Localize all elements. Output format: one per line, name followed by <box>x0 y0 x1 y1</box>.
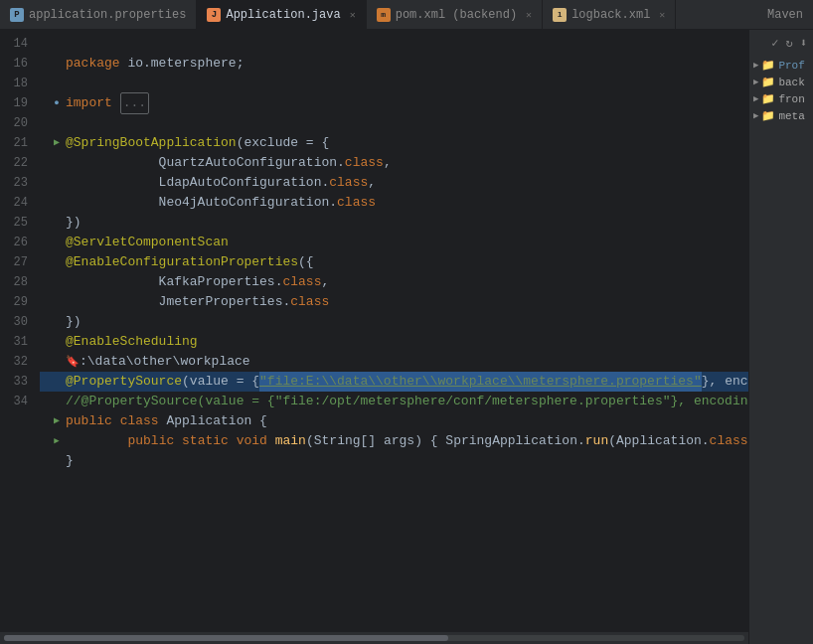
tab-label-properties: application.properties <box>29 8 186 22</box>
arrow-icon-back: ▶ <box>753 77 758 87</box>
tab-label-java: Application.java <box>226 8 340 22</box>
code-line-14: package io.metersphere; <box>40 54 748 74</box>
main-layout: 14 16 18 19 20 21 22 23 24 25 26 27 28 2… <box>0 30 813 644</box>
ln-30: 30 <box>0 312 34 332</box>
tab-label-logback: logback.xml <box>571 8 650 22</box>
code-line-24: @EnableConfigurationProperties ({ <box>40 252 748 272</box>
code-line-23: @ServletComponentScan <box>40 233 748 252</box>
gutter-16: ● <box>48 93 66 113</box>
code-line-32: ▶ public class Application { <box>40 411 748 431</box>
ln-22: 22 <box>0 153 34 173</box>
maven-item-label-fron: fron <box>778 93 804 105</box>
run-icon-32[interactable]: ▶ <box>54 411 60 431</box>
maven-tree-item-fron[interactable]: ▶ 📁 fron <box>753 90 809 107</box>
code-area[interactable]: package io.metersphere; ● import ... <box>40 30 748 632</box>
ln-23: 23 <box>0 173 34 193</box>
code-line-27: }) <box>40 312 748 332</box>
ln-29: 29 <box>0 292 34 312</box>
refresh-icon[interactable]: ↻ <box>784 34 795 53</box>
ln-24: 24 <box>0 193 34 213</box>
ln-20: 20 <box>0 113 34 133</box>
ln-21: 21 <box>0 133 34 153</box>
maven-tree: ▶ 📁 Prof ▶ 📁 back ▶ 📁 fron ▶ 📁 meta <box>749 55 813 126</box>
folder-icon-back: 📁 <box>761 76 775 88</box>
code-line-20: LdapAutoConfiguration . class , <box>40 173 748 193</box>
tab-pom-xml[interactable]: m pom.xml (backend) ✕ <box>367 0 543 29</box>
tab-logback-xml[interactable]: l logback.xml ✕ <box>543 0 676 29</box>
tab-icon-java: J <box>207 8 221 22</box>
bookmark-icon-16: ● <box>54 93 59 113</box>
tab-close-java[interactable]: ✕ <box>350 9 356 21</box>
folder-icon-prof: 📁 <box>761 59 775 72</box>
code-line-33: ▶ public static void main (String[] args… <box>40 431 748 451</box>
tab-icon-logback: l <box>553 8 567 22</box>
folder-icon-meta: 📁 <box>761 109 775 122</box>
ln-16: 16 <box>0 54 34 74</box>
code-line-21: Neo4jAutoConfiguration . class <box>40 193 748 213</box>
ln-19: 19 <box>0 93 34 113</box>
gutter-32: ▶ <box>48 411 66 431</box>
maven-tree-item-meta[interactable]: ▶ 📁 meta <box>753 107 809 124</box>
ln-18: 18 <box>0 74 34 93</box>
arrow-icon-fron: ▶ <box>753 93 758 104</box>
ln-25: 25 <box>0 213 34 233</box>
code-line-31: //@PropertySource(value = {"file:/opt/me… <box>40 392 748 411</box>
tab-icon-properties: P <box>10 8 24 22</box>
code-line-26: JmeterProperties . class <box>40 292 748 312</box>
code-line-16: ● import ... <box>40 93 748 113</box>
code-line-28: @EnableScheduling <box>40 332 748 352</box>
checkmark-icon[interactable]: ✓ <box>769 34 780 53</box>
folder-icon-fron: 📁 <box>761 92 775 105</box>
gutter-18: ▶ <box>48 133 66 153</box>
ln-27: 27 <box>0 252 34 272</box>
ln-32: 32 <box>0 352 34 372</box>
tab-application-java[interactable]: J Application.java ✕ <box>197 0 366 29</box>
right-panel: ✓ ↻ ⬇ ▶ 📁 Prof ▶ 📁 back ▶ 📁 fron ▶ 📁 <box>748 30 813 644</box>
tab-bar: P application.properties J Application.j… <box>0 0 813 30</box>
maven-item-label-back: back <box>778 77 804 88</box>
code-line-19: QuartzAutoConfiguration . class , <box>40 153 748 173</box>
editor-area: 14 16 18 19 20 21 22 23 24 25 26 27 28 2… <box>0 30 748 644</box>
tab-label-pom: pom.xml (backend) <box>396 8 517 22</box>
code-line-17 <box>40 113 748 133</box>
code-line-29: 🔖 :\data\other\workplace <box>40 352 748 372</box>
maven-tree-item-prof[interactable]: ▶ 📁 Prof <box>753 57 809 74</box>
tab-close-pom[interactable]: ✕ <box>526 9 532 21</box>
ln-14: 14 <box>0 34 34 54</box>
code-line-13 <box>40 34 748 54</box>
editor-content: 14 16 18 19 20 21 22 23 24 25 26 27 28 2… <box>0 30 748 632</box>
code-line-15 <box>40 74 748 93</box>
maven-item-label-prof: Prof <box>778 60 804 72</box>
bookmark-icon-18: ▶ <box>54 133 60 153</box>
ln-26: 26 <box>0 233 34 252</box>
scrollbar-area[interactable] <box>0 632 748 644</box>
maven-tree-item-back[interactable]: ▶ 📁 back <box>753 74 809 90</box>
code-line-25: KafkaProperties . class , <box>40 272 748 292</box>
scrollbar-track[interactable] <box>4 635 744 641</box>
code-line-35 <box>40 471 748 491</box>
ln-34: 34 <box>0 392 34 411</box>
ln-33: 33 <box>0 372 34 392</box>
download-icon[interactable]: ⬇ <box>798 34 809 53</box>
code-line-22: }) <box>40 213 748 233</box>
line-numbers: 14 16 18 19 20 21 22 23 24 25 26 27 28 2… <box>0 30 40 632</box>
code-line-30: @PropertySource (value = { "file:E:\\dat… <box>40 372 748 392</box>
ln-28: 28 <box>0 272 34 292</box>
arrow-icon-meta: ▶ <box>753 110 758 121</box>
tab-icon-pom: m <box>377 8 391 22</box>
run-icon-33[interactable]: ▶ <box>54 431 59 451</box>
code-line-34: } <box>40 451 748 471</box>
right-panel-header: ✓ ↻ ⬇ <box>749 30 813 55</box>
arrow-icon-prof: ▶ <box>753 60 758 71</box>
code-line-18: ▶ @SpringBootApplication (exclude = { <box>40 133 748 153</box>
gutter-33: ▶ <box>48 431 66 451</box>
maven-item-label-meta: meta <box>778 110 804 122</box>
scrollbar-thumb[interactable] <box>4 635 448 641</box>
tab-application-properties[interactable]: P application.properties <box>0 0 197 29</box>
maven-label: Maven <box>757 8 813 22</box>
ln-31: 31 <box>0 332 34 352</box>
tab-close-logback[interactable]: ✕ <box>659 9 665 21</box>
